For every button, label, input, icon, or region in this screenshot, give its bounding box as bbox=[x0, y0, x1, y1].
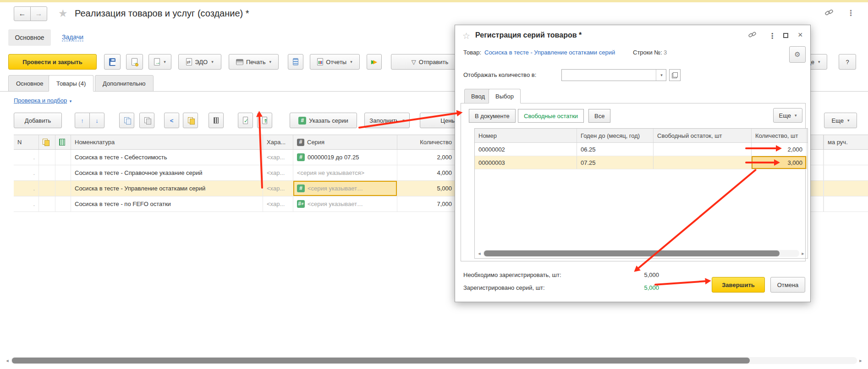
print-button[interactable]: Печать▾ bbox=[229, 54, 279, 70]
reports-label: Отчеты bbox=[326, 59, 346, 65]
qty-display-label: Отображать количество в: bbox=[463, 71, 536, 78]
rows-label: Строки №: bbox=[633, 49, 662, 56]
tab-input-label: Ввод bbox=[471, 93, 485, 100]
pages-icon bbox=[43, 139, 49, 146]
print-icon bbox=[236, 59, 243, 65]
series-cell[interactable]: <серия не указывается> bbox=[293, 165, 397, 180]
col-nomenclature: Номенклатура bbox=[71, 135, 263, 149]
open-list-button[interactable] bbox=[669, 69, 681, 81]
structure-button[interactable] bbox=[288, 54, 303, 70]
copy-button[interactable] bbox=[119, 113, 134, 128]
share-button[interactable]: < bbox=[164, 113, 179, 128]
save-button[interactable] bbox=[104, 54, 121, 70]
series-cell[interactable]: #F<серия указывает… bbox=[293, 196, 397, 212]
filter-all-label: Все bbox=[594, 113, 604, 119]
scrollbar-track[interactable] bbox=[483, 250, 799, 257]
rows-value: 3 bbox=[664, 49, 667, 56]
series-number-cell: 00000003 bbox=[475, 156, 577, 169]
reports-button[interactable]: Отчеты▾ bbox=[310, 54, 360, 70]
series-hash-icon: # bbox=[297, 139, 304, 146]
caret-icon: ▾ bbox=[70, 99, 72, 103]
page-title: Реализация товаров и услуг (создание) * bbox=[75, 8, 249, 19]
chevron-down-icon: ▾ bbox=[660, 73, 663, 77]
post-and-open-button[interactable]: →▾ bbox=[148, 54, 171, 70]
favorite-star-icon[interactable]: ★ bbox=[58, 7, 68, 20]
combobox-dropdown[interactable]: ▾ bbox=[656, 70, 666, 81]
col-quantity: Количество bbox=[397, 135, 456, 149]
discussions-button[interactable]: ▶▶ bbox=[367, 54, 382, 70]
series-registration-dialog: ☆ Регистрация серий товаров * ⋮ × Товар:… bbox=[455, 25, 811, 302]
tab-goods[interactable]: Товары (4) bbox=[49, 75, 93, 92]
quantity-cell: 5,000 bbox=[397, 181, 456, 196]
barcode-button[interactable] bbox=[209, 113, 224, 128]
help-button[interactable]: ? bbox=[839, 54, 856, 70]
series-value: <серия указывает… bbox=[308, 201, 363, 207]
forward-button[interactable]: → bbox=[30, 6, 47, 21]
scroll-right-arrow[interactable]: ► bbox=[857, 358, 864, 363]
post-open-icon: → bbox=[154, 58, 160, 65]
check-and-select-link[interactable]: Проверка и подбор ▾ bbox=[14, 97, 71, 104]
barcode-icon bbox=[214, 117, 219, 124]
gear-icon: ⚙ bbox=[794, 50, 800, 59]
row-number: . bbox=[14, 196, 39, 212]
back-button[interactable]: ← bbox=[14, 6, 31, 21]
post-and-close-button[interactable]: Провести и закрыть bbox=[8, 54, 97, 70]
cancel-button[interactable]: Отмена bbox=[770, 277, 805, 293]
tab-extra-label: Дополнительно bbox=[103, 80, 146, 87]
more-dots-icon[interactable]: ⋮ bbox=[769, 32, 776, 40]
filter-all[interactable]: Все bbox=[588, 109, 610, 123]
product-link[interactable]: Сосиска в тесте - Управление остатками с… bbox=[484, 49, 615, 56]
settings-button[interactable]: ⚙ bbox=[789, 46, 806, 63]
tab-extra[interactable]: Дополнительно bbox=[95, 75, 154, 92]
set-series-button[interactable]: #Указать серии bbox=[290, 113, 357, 128]
favorite-star-icon[interactable]: ☆ bbox=[462, 31, 470, 41]
get-link-icon[interactable] bbox=[748, 31, 756, 40]
caret-icon: ▾ bbox=[818, 60, 820, 64]
series-cell[interactable]: #00000019 до 07.25 bbox=[293, 150, 397, 165]
scrollbar-thumb[interactable] bbox=[484, 250, 780, 256]
nav-tab-main[interactable]: Основное bbox=[8, 29, 51, 46]
modal-more-button[interactable]: Еще▾ bbox=[773, 108, 802, 123]
scroll-right-arrow[interactable]: ► bbox=[799, 251, 807, 256]
copy-row-button[interactable] bbox=[183, 113, 198, 128]
add-row-button[interactable]: Добавить bbox=[14, 113, 62, 128]
edo-button[interactable]: ⇄ЭДО▾ bbox=[178, 54, 221, 70]
get-link-icon[interactable] bbox=[825, 8, 833, 18]
row-number: . bbox=[14, 165, 39, 180]
col-number: Номер bbox=[475, 129, 577, 142]
tab-input[interactable]: Ввод bbox=[464, 89, 492, 103]
paste-button[interactable] bbox=[139, 113, 154, 128]
maximize-icon[interactable] bbox=[783, 33, 788, 38]
scroll-left-arrow[interactable]: ◄ bbox=[476, 251, 483, 256]
need-register-label: Необходимо зарегистрировать, шт: bbox=[463, 271, 561, 278]
scrollbar-thumb[interactable] bbox=[12, 358, 750, 364]
report-icon bbox=[317, 58, 323, 65]
qty-unit-combobox[interactable]: ▾ bbox=[561, 69, 666, 81]
col-characteristic: Хара... bbox=[263, 135, 293, 149]
filter-free-rest-active[interactable]: Свободные остатки bbox=[518, 109, 584, 123]
more-dots-icon[interactable]: ⋮ bbox=[847, 8, 855, 18]
tab-select[interactable]: Выбор bbox=[489, 89, 521, 103]
back-icon: ← bbox=[19, 10, 26, 18]
paste-icon bbox=[144, 117, 149, 124]
series-row[interactable]: 00000002 06.25 2,000 bbox=[475, 143, 808, 156]
add-row-label: Добавить bbox=[25, 117, 51, 124]
series-hash-icon: # bbox=[298, 117, 306, 125]
nav-tab-main-label: Основное bbox=[15, 34, 44, 41]
move-down-button[interactable]: ↓ bbox=[89, 113, 104, 128]
tab-main[interactable]: Основное bbox=[8, 75, 51, 92]
scrollbar-track[interactable] bbox=[11, 357, 857, 364]
quantity-cell: 2,000 bbox=[397, 150, 456, 165]
nav-tab-tasks[interactable]: Задачи bbox=[62, 33, 83, 41]
move-up-button[interactable]: ↑ bbox=[75, 113, 90, 128]
grid-more-button[interactable]: Еще▾ bbox=[824, 113, 857, 128]
col-valid-until: Годен до (месяц, год) bbox=[577, 129, 654, 142]
scroll-left-arrow[interactable]: ◄ bbox=[4, 358, 11, 363]
forward-icon: → bbox=[35, 10, 43, 18]
close-icon[interactable]: × bbox=[798, 30, 803, 40]
series-cell-selected[interactable]: #<серия указывает… bbox=[293, 181, 397, 196]
finish-button[interactable]: Завершить bbox=[712, 277, 765, 293]
check-table-button[interactable]: ✓ bbox=[238, 113, 253, 128]
filter-in-document[interactable]: В документе bbox=[469, 109, 516, 123]
post-button[interactable]: → bbox=[126, 54, 143, 70]
